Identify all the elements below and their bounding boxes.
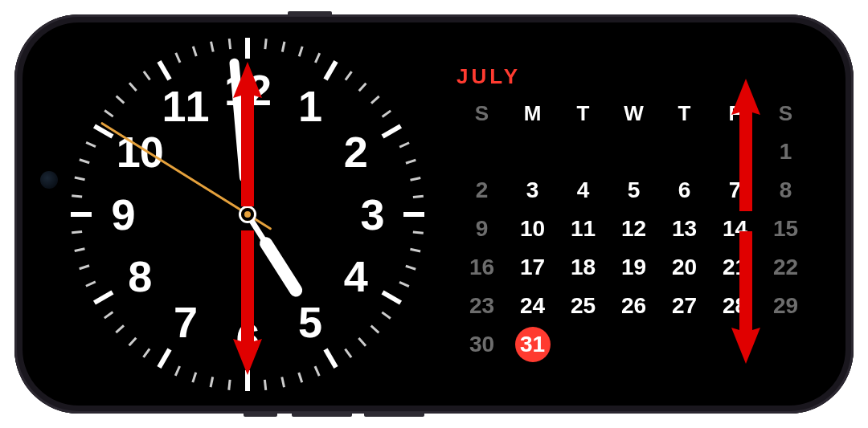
calendar-day: 25	[558, 287, 608, 325]
calendar-day: 26	[608, 287, 659, 325]
calendar-day	[659, 325, 710, 364]
clock-numeral: 2	[344, 127, 367, 177]
calendar-day: 22	[760, 248, 811, 287]
calendar-day	[760, 325, 811, 364]
calendar-day: 30	[457, 325, 507, 364]
calendar-weekday: W	[608, 94, 659, 132]
calendar-day	[558, 325, 608, 364]
calendar-day: 24	[507, 287, 558, 325]
calendar-day: 20	[659, 248, 710, 287]
calendar-day	[608, 325, 659, 364]
standby-screen: 121234567891011 JULY SMTWTFS	[71, 31, 821, 397]
calendar-weekday: F	[710, 94, 760, 132]
calendar-day: 9	[457, 210, 507, 248]
calendar-day: 13	[659, 210, 710, 248]
clock-numeral: 8	[128, 251, 151, 301]
power-button	[288, 11, 332, 16]
clock-widget[interactable]: 121234567891011	[71, 38, 424, 391]
calendar-day: 18	[558, 248, 608, 287]
calendar-weekday: M	[507, 94, 558, 132]
calendar-weekday: S	[760, 94, 811, 132]
clock-center-pin	[241, 208, 254, 221]
calendar-day: 7	[710, 171, 760, 210]
calendar-day: 23	[457, 287, 507, 325]
clock-numeral: 4	[344, 251, 367, 301]
calendar-day: 31	[507, 325, 558, 364]
calendar-day: 19	[608, 248, 659, 287]
calendar-month-label: JULY	[457, 64, 811, 89]
clock-numeral: 3	[360, 190, 383, 239]
calendar-day: 2	[457, 171, 507, 210]
calendar-day: 8	[760, 171, 811, 210]
calendar-day: 4	[558, 171, 608, 210]
calendar-day: 21	[710, 248, 760, 287]
calendar-day: 29	[760, 287, 811, 325]
calendar-grid: SMTWTFS 12345678910111213141516171819202…	[457, 94, 811, 364]
iphone-frame: 121234567891011 JULY SMTWTFS	[14, 14, 854, 414]
calendar-day: 28	[710, 287, 760, 325]
calendar-day: 17	[507, 248, 558, 287]
calendar-day: 6	[659, 171, 710, 210]
calendar-day	[608, 132, 659, 171]
calendar-day	[558, 132, 608, 171]
calendar-weekday: T	[558, 94, 608, 132]
calendar-day	[507, 132, 558, 171]
calendar-day	[457, 132, 507, 171]
calendar-day: 5	[608, 171, 659, 210]
calendar-day: 1	[760, 132, 811, 171]
calendar-day: 10	[507, 210, 558, 248]
calendar-day: 15	[760, 210, 811, 248]
clock-numeral: 6	[235, 314, 259, 364]
calendar-day	[710, 132, 760, 171]
calendar-day	[659, 132, 710, 171]
calendar-day: 27	[659, 287, 710, 325]
volume-up-button	[292, 412, 352, 417]
clock-numeral: 7	[174, 297, 197, 347]
clock-numeral: 5	[298, 297, 321, 347]
calendar-day: 11	[558, 210, 608, 248]
calendar-day: 14	[710, 210, 760, 248]
volume-down-button	[364, 412, 424, 417]
calendar-day	[710, 325, 760, 364]
calendar-day: 16	[457, 248, 507, 287]
silent-switch	[244, 412, 277, 417]
clock-numeral: 9	[111, 190, 134, 239]
clock-numeral: 10	[117, 127, 163, 177]
calendar-day: 3	[507, 171, 558, 210]
clock-numeral: 1	[298, 81, 321, 131]
calendar-weekday: S	[457, 94, 507, 132]
calendar-widget[interactable]: JULY SMTWTFS 123456789101112131415161718…	[457, 64, 811, 364]
calendar-day: 12	[608, 210, 659, 248]
calendar-weekday: T	[659, 94, 710, 132]
clock-numeral: 11	[162, 81, 208, 131]
front-camera	[40, 171, 58, 189]
